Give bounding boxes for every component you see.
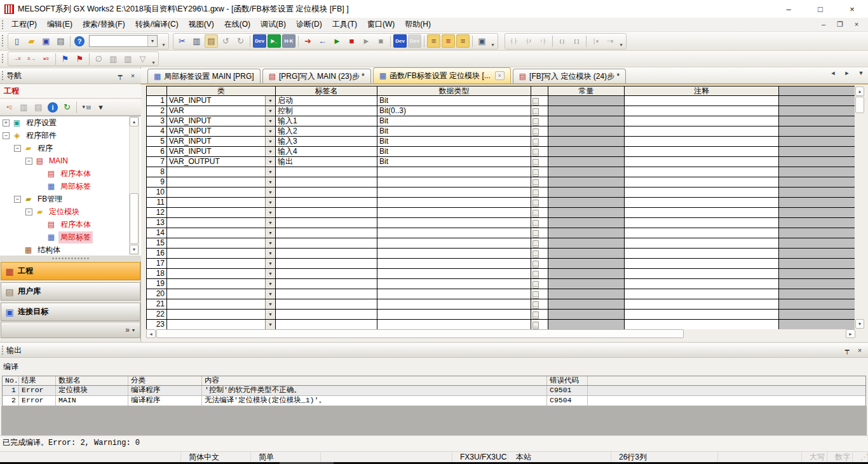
label-cell[interactable] — [276, 188, 377, 198]
label-cell[interactable] — [276, 259, 377, 269]
tab-4[interactable]: ▤[FB]写入 定位模块 (24)步 * — [513, 69, 626, 83]
tree-item[interactable]: ▦结构体 — [0, 243, 141, 256]
detail-button[interactable]: ... — [532, 271, 539, 278]
row-number[interactable]: 11 — [147, 198, 167, 208]
grid-scroll-up-icon[interactable]: ▲ — [855, 86, 864, 96]
menu-item-4[interactable]: 转换/编译(C) — [130, 18, 184, 31]
tree-item[interactable]: ▤程序本体 — [0, 167, 141, 180]
nav-view-button-连接目标[interactable]: ▣连接目标 — [1, 303, 140, 321]
comment-cell[interactable] — [625, 106, 779, 116]
tab-2[interactable]: ▤[PRG]写入 MAIN (23)步 * — [262, 69, 371, 83]
display-lock-icon[interactable]: ▣ — [475, 34, 489, 48]
datatype-cell[interactable] — [377, 269, 531, 279]
class-cell[interactable]: ▼ — [167, 279, 276, 289]
import-label-icon[interactable]: ⚑ — [73, 52, 86, 65]
comment-cell[interactable] — [625, 137, 779, 147]
export-label-icon[interactable]: ⚑ — [58, 52, 72, 65]
nav-view-button-用户库[interactable]: ▤用户库 — [1, 282, 140, 301]
class-cell[interactable]: ▼ — [167, 198, 276, 208]
cut-icon[interactable]: ✂ — [175, 34, 189, 48]
comment-cell[interactable] — [625, 177, 779, 188]
comment-cell[interactable] — [625, 188, 779, 198]
monitor-start-icon[interactable]: ► — [330, 34, 344, 48]
datatype-cell[interactable] — [377, 218, 531, 228]
datatype-cell[interactable] — [377, 299, 531, 310]
row-number[interactable]: 8 — [147, 167, 167, 177]
datatype-cell[interactable] — [377, 279, 531, 289]
class-cell[interactable]: ▼ — [167, 269, 276, 279]
comment-cell[interactable] — [625, 147, 779, 157]
class-dropdown-icon[interactable]: ▼ — [265, 320, 275, 329]
label-cell[interactable] — [276, 198, 377, 208]
toolbar-combobox[interactable]: ▼ — [89, 35, 158, 47]
detail-button[interactable]: ... — [532, 149, 539, 156]
datatype-cell[interactable] — [377, 177, 531, 188]
nav-splitter[interactable] — [0, 256, 141, 261]
menu-item-5[interactable]: 视图(V) — [184, 18, 219, 31]
row-number[interactable]: 3 — [147, 116, 167, 126]
comment-cell[interactable] — [625, 249, 779, 259]
pin-icon[interactable]: ┯ — [116, 72, 125, 80]
class-cell[interactable]: ▼ — [167, 177, 276, 188]
tree-toggle-icon[interactable]: − — [25, 208, 32, 215]
close-button[interactable]: × — [836, 0, 868, 18]
row-number[interactable]: 18 — [147, 269, 167, 279]
row-number[interactable]: 12 — [147, 208, 167, 218]
comment-cell[interactable] — [625, 320, 779, 330]
detail-button[interactable]: ... — [532, 281, 539, 289]
combo-dropdown-icon[interactable]: ▼ — [147, 36, 157, 46]
datatype-cell[interactable]: Bit(0..3) — [377, 106, 531, 116]
grid-scroll-left-icon[interactable]: ◄ — [146, 329, 156, 338]
class-cell[interactable]: VAR_INPUT▼ — [167, 126, 276, 137]
detail-button[interactable]: ... — [532, 200, 539, 207]
class-dropdown-icon[interactable]: ▼ — [265, 167, 275, 177]
label-cell[interactable]: 启动 — [276, 96, 377, 106]
tree-toggle-icon[interactable]: − — [25, 158, 32, 165]
row-number[interactable]: 16 — [147, 249, 167, 259]
label-cell[interactable]: 控制 — [276, 106, 377, 116]
row-number[interactable]: 10 — [147, 188, 167, 198]
row-number[interactable]: 17 — [147, 259, 167, 269]
label-cell[interactable]: 输入3 — [276, 137, 377, 147]
data-property-icon[interactable]: i — [48, 102, 58, 113]
detail-button[interactable]: ... — [532, 230, 539, 238]
class-cell[interactable]: VAR_INPUT▼ — [167, 116, 276, 126]
row-number[interactable]: 7 — [147, 157, 167, 167]
row-number[interactable]: 14 — [147, 228, 167, 238]
class-cell[interactable]: VAR_INPUT▼ — [167, 137, 276, 147]
class-cell[interactable]: ▼ — [167, 320, 276, 330]
datatype-cell[interactable] — [377, 310, 531, 320]
label-cell[interactable] — [276, 320, 377, 330]
comment-cell[interactable] — [625, 289, 779, 299]
row-number[interactable]: 20 — [147, 289, 167, 299]
datatype-cell[interactable]: Bit — [377, 157, 531, 167]
class-cell[interactable]: VAR_INPUT▼ — [167, 147, 276, 157]
label-cell[interactable] — [276, 269, 377, 279]
datatype-cell[interactable] — [377, 249, 531, 259]
detail-button[interactable]: ... — [532, 240, 539, 248]
mdi-minimize-button[interactable]: – — [818, 20, 829, 29]
detail-button[interactable]: ... — [532, 179, 539, 187]
scroll-thumb[interactable] — [130, 193, 139, 244]
toolbar-overflow-icon[interactable]: ▾ — [618, 34, 625, 49]
class-dropdown-icon[interactable]: ▼ — [265, 208, 275, 217]
nav-footer-arrow-icon[interactable]: ▾ — [132, 327, 135, 333]
detail-button[interactable]: ... — [532, 210, 539, 217]
class-dropdown-icon[interactable]: ▼ — [265, 228, 275, 238]
tab-close-icon[interactable]: × — [495, 71, 505, 80]
tree-item[interactable]: −◈程序部件 — [0, 129, 141, 142]
tree-scrollbar[interactable]: ▲ ▼ — [129, 116, 139, 255]
grid-hscroll-thumb[interactable] — [156, 329, 684, 338]
comment-display-icon[interactable]: ≡ — [427, 34, 440, 48]
open-project-icon[interactable]: ▰ — [25, 34, 38, 48]
tab-scroll-left-icon[interactable]: ◄ — [829, 70, 837, 76]
row-number[interactable]: 1 — [147, 96, 167, 106]
mdi-close-button[interactable]: × — [851, 20, 862, 29]
menu-item-7[interactable]: 调试(B) — [255, 18, 291, 31]
label-cell[interactable] — [276, 310, 377, 320]
class-dropdown-icon[interactable]: ▼ — [265, 177, 275, 187]
class-cell[interactable]: ▼ — [167, 188, 276, 198]
cross-reference-icon[interactable]: H·K — [282, 34, 295, 48]
output-row-2[interactable]: 2ErrorMAIN编译程序无法编译'定位模块(定位模块_1)'。C9504 — [3, 396, 865, 406]
print-icon[interactable]: ▤ — [54, 34, 67, 48]
